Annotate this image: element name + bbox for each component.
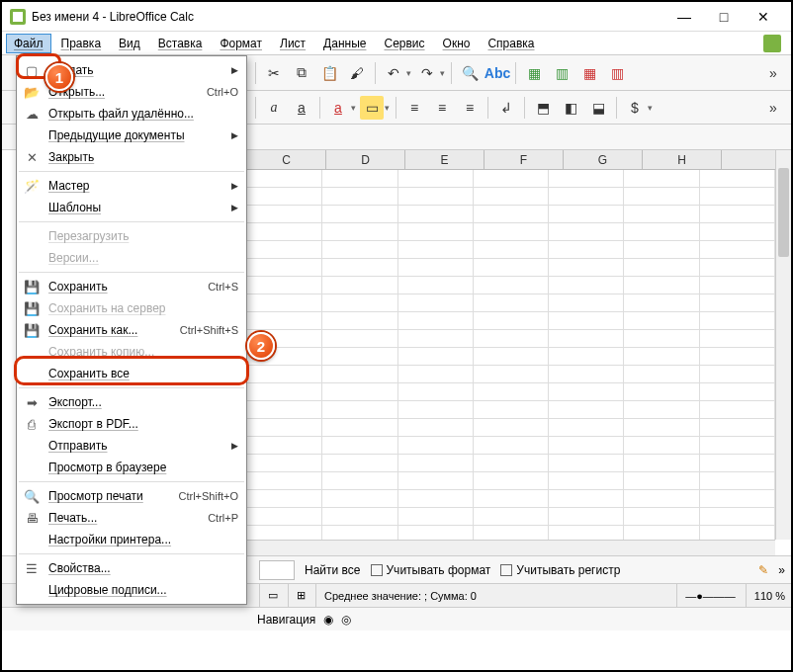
close-icon: ✕ (23, 149, 41, 165)
menu-item[interactable]: Сохранить все (17, 363, 246, 384)
minimize-button[interactable]: — (664, 3, 704, 31)
menu-item[interactable]: ☰Свойства... (17, 557, 246, 579)
menu-item-label: Открыть файл удалённо... (48, 107, 238, 121)
col-header[interactable]: F (485, 150, 564, 169)
menu-item-label: Сохранить все (48, 367, 238, 380)
spellcheck-icon[interactable]: Abc (485, 61, 509, 85)
match-format-checkbox[interactable]: Учитывать формат (371, 563, 491, 577)
menu-item-shortcut: Ctrl+Shift+S (180, 324, 238, 336)
menu-item[interactable]: 💾СохранитьCtrl+S (17, 276, 246, 297)
menu-item[interactable]: Отправить▶ (17, 435, 246, 457)
currency-icon[interactable]: $ (623, 96, 647, 120)
menu-item[interactable]: Просмотр в браузере (17, 457, 246, 478)
menu-item[interactable]: ⎙Экспорт в PDF... (17, 413, 246, 435)
menu-item-label: Просмотр в браузере (48, 461, 238, 474)
submenu-arrow-icon: ▶ (231, 65, 238, 75)
column-headers[interactable]: C D E F G H (247, 150, 775, 170)
copy-icon[interactable]: ⧉ (290, 61, 313, 85)
menu-item[interactable]: 🖶Печать...Ctrl+P (17, 507, 246, 529)
nav-prev-icon[interactable]: ◉ (323, 613, 333, 627)
menu-item: Сохранить копию... (17, 341, 246, 363)
find-all-button[interactable]: Найти все (305, 563, 361, 577)
menu-item[interactable]: 💾Сохранить как...Ctrl+Shift+S (17, 319, 246, 341)
valign-top-icon[interactable]: ⬒ (531, 96, 555, 120)
menu-item[interactable]: ✕Закрыть (17, 146, 246, 168)
col-header[interactable]: H (643, 150, 722, 169)
zoom-slider[interactable]: —●——— (676, 584, 736, 607)
menu-item[interactable]: 🔍Просмотр печатиCtrl+Shift+O (17, 485, 246, 507)
selection-mode-icon[interactable]: ⊞ (288, 584, 306, 607)
menu-tools[interactable]: Сервис (376, 34, 432, 53)
zoom-value[interactable]: 110 % (746, 584, 785, 607)
horizontal-scrollbar[interactable] (247, 540, 775, 555)
menu-item-label: Цифровые подписи... (48, 583, 238, 597)
findbar-overflow-icon[interactable]: » (778, 563, 785, 577)
col-header[interactable]: E (405, 150, 485, 169)
col-header[interactable]: D (326, 150, 405, 169)
valign-middle-icon[interactable]: ◧ (559, 96, 582, 120)
menu-data[interactable]: Данные (315, 34, 374, 53)
menu-item[interactable]: 🪄Мастер▶ (17, 175, 246, 197)
cells-col-icon[interactable]: ▥ (550, 61, 573, 85)
cell-grid[interactable] (247, 170, 775, 540)
blank-icon (23, 532, 41, 547)
cells-row-icon[interactable]: ▦ (522, 61, 546, 85)
cut-icon[interactable]: ✂ (262, 61, 286, 85)
insert-mode-icon[interactable]: ▭ (259, 584, 278, 607)
nav-next-icon[interactable]: ◎ (341, 613, 351, 627)
cells-del-col-icon[interactable]: ▥ (605, 61, 629, 85)
menu-edit[interactable]: Правка (53, 34, 110, 53)
menu-view[interactable]: Вид (111, 34, 148, 53)
align-right-icon[interactable]: ≡ (458, 96, 482, 120)
menu-item[interactable]: Настройки принтера... (17, 529, 246, 550)
align-left-icon[interactable]: ≡ (402, 96, 426, 120)
menu-item[interactable]: Предыдущие документы▶ (17, 125, 246, 146)
undo-icon[interactable]: ↶ (382, 61, 405, 85)
menu-item[interactable]: Цифровые подписи... (17, 579, 246, 601)
format-paintbrush-icon[interactable]: 🖌 (345, 61, 369, 85)
redo-icon[interactable]: ↷ (415, 61, 439, 85)
highlight-color-icon[interactable]: ▭ (360, 96, 384, 120)
wizard-icon: 🪄 (23, 178, 41, 194)
menu-item[interactable]: ☁Открыть файл удалённо... (17, 103, 246, 125)
menu-format[interactable]: Формат (212, 34, 270, 53)
align-center-icon[interactable]: ≡ (430, 96, 454, 120)
col-header[interactable]: G (564, 150, 643, 169)
menu-sheet[interactable]: Лист (272, 34, 313, 53)
props-icon: ☰ (23, 560, 41, 576)
save-icon: 💾 (23, 279, 41, 294)
col-header[interactable]: C (247, 150, 326, 169)
maximize-button[interactable]: □ (704, 3, 744, 31)
wrap-text-icon[interactable]: ↲ (494, 96, 518, 120)
find-dropdown[interactable] (259, 560, 295, 580)
menu-item[interactable]: ➡Экспорт... (17, 391, 246, 413)
underline-icon[interactable]: a (290, 96, 313, 120)
find-close-icon[interactable]: ✎ (758, 563, 768, 577)
blank-icon (23, 438, 41, 454)
toolbar-overflow-icon[interactable]: » (761, 61, 785, 85)
menu-item[interactable]: Шаблоны▶ (17, 197, 246, 218)
menu-help[interactable]: Справка (480, 34, 542, 53)
menu-item-label: Открыть... (48, 85, 199, 99)
menu-item-label: Шаблоны (48, 201, 223, 214)
valign-bottom-icon[interactable]: ⬓ (586, 96, 610, 120)
navigation-label: Навигация (257, 613, 315, 627)
save-remote-icon: 💾 (23, 300, 41, 316)
submenu-arrow-icon: ▶ (231, 203, 238, 212)
menu-window[interactable]: Окно (435, 34, 479, 53)
fmtbar-overflow-icon[interactable]: » (761, 96, 785, 120)
menu-item-label: Версии... (48, 251, 238, 265)
font-color-icon[interactable]: a (326, 96, 350, 120)
menu-insert[interactable]: Вставка (150, 34, 211, 53)
vertical-scrollbar[interactable] (775, 150, 791, 540)
cells-del-row-icon[interactable]: ▦ (577, 61, 601, 85)
menu-item: Версии... (17, 247, 246, 269)
find-replace-icon[interactable]: 🔍 (458, 61, 482, 85)
update-icon[interactable] (763, 35, 781, 52)
menu-file[interactable]: Файл (6, 34, 51, 53)
italic-icon[interactable]: a (262, 96, 286, 120)
close-window-button[interactable]: ✕ (744, 3, 783, 31)
menu-item-label: Сохранить (48, 280, 200, 294)
paste-icon[interactable]: 📋 (317, 61, 341, 85)
match-case-checkbox[interactable]: Учитывать регистр (500, 563, 620, 577)
